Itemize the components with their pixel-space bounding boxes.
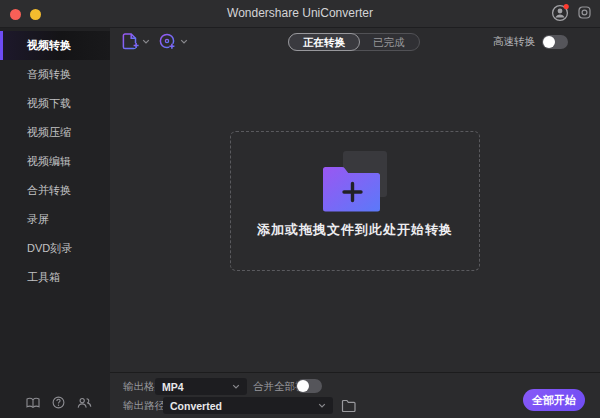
minimize-button[interactable] [30, 9, 41, 20]
merge-all-toggle[interactable] [296, 379, 322, 393]
start-all-button[interactable]: 全部开始 [523, 389, 585, 411]
toolbar: 正在转换 已完成 高速转换 [110, 28, 600, 56]
folder-plus-icon [315, 148, 395, 216]
output-path-dropdown[interactable]: Converted [163, 397, 333, 414]
account-icon[interactable] [551, 3, 570, 26]
share-users-icon[interactable] [77, 397, 92, 409]
sidebar-item-dvd-burn[interactable]: DVD刻录 [0, 234, 110, 263]
add-file-icon [121, 32, 139, 51]
bottombar: 输出格式 MP4 合并全部视频 输出路径: Converted 全部开始 [110, 372, 600, 418]
tab-finished[interactable]: 已完成 [359, 34, 419, 50]
chevron-down-icon [180, 39, 188, 45]
output-path-label: 输出路径: [123, 399, 168, 413]
add-files-button[interactable] [121, 32, 150, 51]
sidebar-item-toolbox[interactable]: 工具箱 [0, 263, 110, 292]
compact-mode-icon[interactable] [578, 5, 591, 23]
sidebar-item-audio-convert[interactable]: 音频转换 [0, 60, 110, 89]
output-format-dropdown[interactable]: MP4 [155, 378, 247, 395]
sidebar-item-screen-record[interactable]: 录屏 [0, 205, 110, 234]
convert-status-tabs: 正在转换 已完成 [288, 33, 420, 51]
user-guide-book-icon[interactable] [26, 397, 40, 409]
browse-folder-button[interactable] [341, 398, 357, 412]
sidebar-item-video-convert[interactable]: 视频转换 [0, 31, 110, 60]
folder-browse-icon [341, 399, 356, 412]
titlebar: Wondershare UniConverter [0, 0, 600, 28]
high-speed-label: 高速转换 [493, 35, 535, 49]
chevron-down-icon [232, 384, 240, 390]
sidebar: 视频转换 音频转换 视频下载 视频压缩 视频编辑 合并转换 录屏 DVD刻录 工… [0, 28, 110, 418]
file-dropzone[interactable]: 添加或拖拽文件到此处开始转换 [230, 131, 480, 271]
chevron-down-icon [318, 403, 326, 409]
tab-converting[interactable]: 正在转换 [288, 33, 360, 51]
sidebar-item-video-edit[interactable]: 视频编辑 [0, 147, 110, 176]
add-disc-icon [158, 32, 177, 51]
window-title: Wondershare UniConverter [0, 0, 600, 27]
add-disc-button[interactable] [158, 32, 188, 51]
traffic-lights [10, 9, 41, 20]
sidebar-item-video-compress[interactable]: 视频压缩 [0, 118, 110, 147]
uniconverter-window: Wondershare UniConverter 视频转换 音频转 [0, 0, 600, 418]
sidebar-item-merge-convert[interactable]: 合并转换 [0, 176, 110, 205]
dropzone-hint-text: 添加或拖拽文件到此处开始转换 [231, 221, 479, 239]
close-button[interactable] [10, 9, 21, 20]
high-speed-toggle[interactable] [542, 35, 568, 49]
chevron-down-icon [142, 39, 150, 45]
sidebar-item-video-download[interactable]: 视频下载 [0, 89, 110, 118]
help-question-icon[interactable] [52, 396, 65, 409]
